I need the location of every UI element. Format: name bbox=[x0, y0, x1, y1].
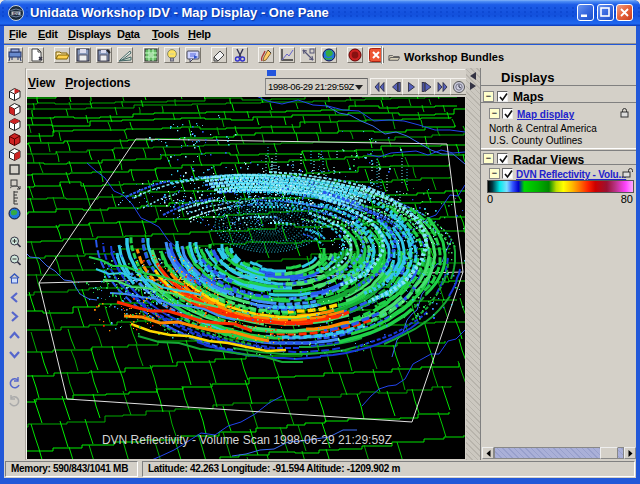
svg-text:IDV: IDV bbox=[13, 12, 20, 16]
svg-text:DVN Reflectivity - Volume Scan: DVN Reflectivity - Volume Scan 1998-06-2… bbox=[102, 433, 392, 447]
